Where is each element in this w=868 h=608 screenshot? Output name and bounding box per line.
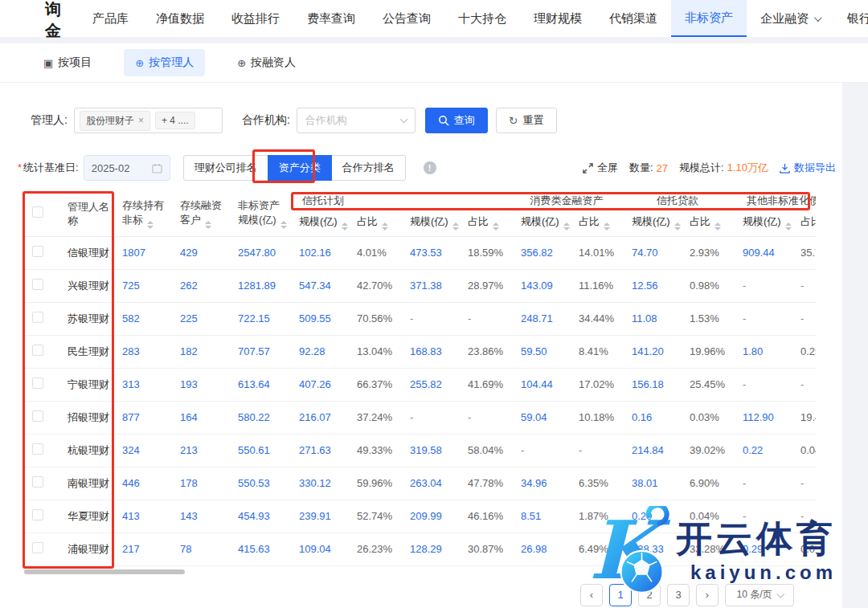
partner-select-placeholder: 合作机构 — [305, 113, 347, 128]
sub-header-scale-2-0[interactable]: 规模(亿) — [622, 210, 680, 236]
table-row[interactable]: 杭银理财324213550.61271.6349.33%319.5858.04%… — [24, 434, 816, 467]
date-label: *统计基准日: — [18, 161, 79, 175]
info-icon[interactable]: ! — [424, 161, 436, 174]
table-row[interactable]: 兴银理财7252621281.89547.3442.70%371.3828.97… — [24, 269, 816, 302]
manager-name-cell[interactable]: 苏银理财 — [58, 302, 113, 335]
row-checkbox-cell — [24, 434, 58, 467]
partner-select[interactable]: 合作机构 — [297, 108, 416, 133]
nav-item-label: 收益排行 — [231, 11, 280, 27]
search-button[interactable]: 查询 — [425, 108, 488, 133]
nav-item-yield-ranking[interactable]: 收益排行 — [218, 0, 293, 37]
manager-filter-tag[interactable]: 股份理财子× — [80, 111, 150, 131]
manager-name-cell[interactable]: 招银理财 — [58, 401, 113, 434]
sub-header-scale-1-0[interactable]: 规模(亿) — [511, 210, 569, 236]
data-cell: 0.16 — [622, 401, 680, 434]
total-value: 1.10万亿 — [727, 161, 768, 175]
row-checkbox[interactable] — [32, 476, 43, 488]
sub-header-share-3-0[interactable]: 占比 — [791, 210, 816, 236]
row-checkbox[interactable] — [32, 542, 43, 553]
select-all-checkbox[interactable] — [32, 206, 43, 218]
data-cell: 225 — [170, 302, 228, 335]
table-row[interactable]: 南银理财446178550.53330.1259.96%263.0447.78%… — [24, 467, 816, 500]
nav-item-product-library[interactable]: 产品库 — [79, 0, 142, 37]
export-button[interactable]: 数据导出 — [780, 161, 836, 175]
seg-button-asset-classification[interactable]: 资产分类 — [268, 155, 332, 181]
close-icon[interactable]: × — [138, 115, 144, 126]
sort-caret-icon — [674, 222, 681, 231]
sort-caret-icon — [604, 222, 610, 231]
table-row[interactable]: 民生理财283182707.5792.2813.04%168.8323.86%5… — [24, 335, 816, 368]
nav-item-non-standard-assets[interactable]: 非标资产 — [671, 0, 747, 37]
sortable-header-0[interactable]: 存续持有非标 — [113, 192, 170, 236]
reset-button[interactable]: ↻ 重置 — [496, 108, 557, 133]
fullscreen-button[interactable]: 全屏 — [583, 161, 618, 175]
manager-name-cell[interactable]: 南银理财 — [58, 467, 113, 500]
data-cell: 1807 — [113, 236, 170, 269]
nav-item-fee-query[interactable]: 费率查询 — [293, 0, 369, 37]
manager-filter-input[interactable]: 股份理财子×+ 4 .... — [74, 108, 223, 133]
data-cell: 283 — [113, 335, 170, 368]
nav-item-wealth-scale[interactable]: 理财规模 — [520, 0, 596, 37]
data-cell: 330.12 — [289, 467, 347, 500]
manager-name-cell[interactable]: 杭银理财 — [58, 434, 113, 467]
total-label: 规模总计: — [679, 161, 724, 175]
sub-header-share-0-0[interactable]: 占比 — [347, 210, 400, 236]
table-row[interactable]: 信银理财18074292547.80102.164.01%473.5318.59… — [24, 236, 816, 269]
data-cell: 6.35% — [569, 467, 622, 500]
sortable-header-1[interactable]: 存续融资客户 — [170, 192, 228, 236]
reset-icon: ↻ — [509, 114, 518, 127]
sub-header-label: 占比 — [800, 215, 816, 227]
row-checkbox[interactable] — [32, 345, 43, 356]
nav-item-announcement-query[interactable]: 公告查询 — [369, 0, 444, 37]
manager-name-cell[interactable]: 华夏理财 — [58, 500, 113, 533]
select-all-cell — [24, 192, 58, 236]
row-checkbox[interactable] — [32, 312, 43, 323]
tab-by-financier[interactable]: ⊕按融资人 — [226, 49, 307, 76]
nav-item-top-ten-holdings[interactable]: 十大持仓 — [444, 0, 520, 37]
tab-by-manager[interactable]: ⊕按管理人 — [124, 49, 205, 76]
seg-button-partner-ranking[interactable]: 合作方排名 — [331, 155, 406, 181]
tab-by-project[interactable]: ▣按项目 — [32, 49, 103, 76]
manager-name-cell[interactable]: 宁银理财 — [58, 368, 113, 401]
sub-header-scale-0-0[interactable]: 规模(亿) — [289, 210, 347, 236]
sub-header-share-0-1[interactable]: 占比 — [458, 210, 511, 236]
table-row[interactable]: 宁银理财313193613.64407.2666.37%255.8241.69%… — [24, 368, 816, 401]
scrollbar-thumb[interactable] — [24, 569, 185, 574]
manager-filter-tag[interactable]: + 4 .... — [155, 112, 195, 129]
data-cell: 8.41% — [569, 335, 622, 368]
sub-header-scale-3-0[interactable]: 规模(亿) — [733, 210, 791, 236]
table-row[interactable]: 招银理财877164580.22216.0737.24%--59.0410.18… — [24, 401, 816, 434]
data-cell: 216.07 — [289, 401, 347, 434]
date-picker[interactable]: 2025-02 — [84, 155, 170, 181]
sub-header-scale-0-1[interactable]: 规模(亿) — [400, 210, 458, 236]
data-cell: 42.70% — [347, 269, 400, 302]
manager-name-cell[interactable]: 浦银理财 — [58, 533, 113, 565]
data-cell: 0.22 — [733, 434, 791, 467]
manager-name-cell[interactable]: 兴银理财 — [58, 269, 113, 302]
data-cell: 30.87% — [458, 533, 511, 565]
toolbar: *统计基准日: 2025-02 理财公司排名资产分类合作方排名 ! 全屏 数量:… — [18, 153, 868, 182]
row-checkbox[interactable] — [32, 509, 43, 520]
header-label: 存续融资客户 — [180, 199, 222, 226]
table-row[interactable]: 苏银理财582225722.15509.5570.56%--248.7134.4… — [24, 302, 816, 335]
row-checkbox[interactable] — [32, 443, 43, 455]
sort-caret-icon — [205, 221, 211, 229]
nav-item-label: 净值数据 — [156, 11, 204, 27]
data-cell: 0.04% — [791, 434, 816, 467]
nav-item-distribution-channel[interactable]: 代销渠道 — [596, 0, 671, 37]
row-checkbox[interactable] — [32, 279, 43, 290]
data-cell: 41.69% — [458, 368, 511, 401]
data-cell: 34.44% — [569, 302, 622, 335]
row-checkbox[interactable] — [32, 410, 43, 422]
sortable-header-2[interactable]: 非标资产规模(亿) — [228, 192, 289, 236]
manager-name-cell[interactable]: 民生理财 — [58, 335, 113, 368]
nav-item-corporate-financing[interactable]: 企业融资 — [747, 0, 833, 37]
manager-name-cell[interactable]: 信银理财 — [58, 236, 113, 269]
nav-item-bank-info-library[interactable]: 银行信息库 — [833, 0, 868, 37]
sub-header-share-2-0[interactable]: 占比 — [680, 210, 733, 236]
seg-button-company-ranking[interactable]: 理财公司排名 — [183, 155, 268, 181]
sub-header-share-1-0[interactable]: 占比 — [569, 210, 622, 236]
row-checkbox[interactable] — [32, 377, 43, 389]
nav-item-nav-value-data[interactable]: 净值数据 — [142, 0, 218, 37]
row-checkbox[interactable] — [32, 246, 43, 257]
